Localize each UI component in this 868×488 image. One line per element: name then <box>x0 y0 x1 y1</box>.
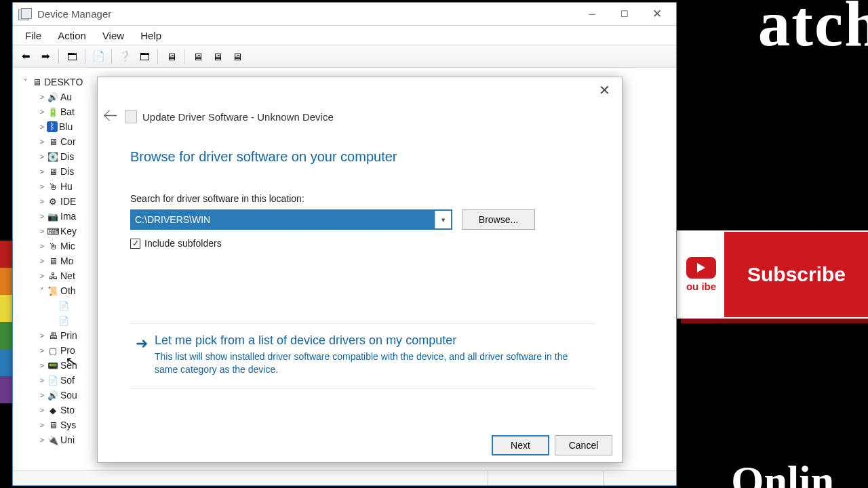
update-driver-dialog: ✕ 🡠 Update Driver Software - Unknown Dev… <box>97 77 623 463</box>
category-icon: 🔊 <box>47 92 59 102</box>
expand-icon[interactable]: > <box>37 361 47 369</box>
update-driver-icon[interactable]: 🖥 <box>189 47 206 65</box>
next-button[interactable]: Next <box>492 435 549 455</box>
youtube-logo-icon: ou ibe <box>678 232 724 317</box>
category-icon: 🖧 <box>47 271 59 281</box>
tree-root-label: DESKTO <box>44 77 83 87</box>
titlebar[interactable]: Device Manager ─ ☐ ✕ <box>13 3 676 26</box>
disable-icon[interactable]: 🖥 <box>228 47 245 65</box>
category-icon: 📷 <box>47 211 59 222</box>
category-icon: 📜 <box>47 286 59 296</box>
tree-item-label: Sys <box>60 420 76 430</box>
include-subfolders-checkbox[interactable]: ✓ Include subfolders <box>130 238 595 249</box>
dialog-title: Update Driver Software - Unknown Device <box>142 111 334 123</box>
cancel-button[interactable]: Cancel <box>555 435 612 455</box>
arrow-right-icon: ➜ <box>136 335 148 376</box>
tree-item-label: Sen <box>60 360 77 371</box>
tree-item-label: Prin <box>60 330 77 341</box>
dropdown-icon[interactable]: ▾ <box>435 211 451 228</box>
menu-help[interactable]: Help <box>132 28 170 43</box>
checkbox-icon: ✓ <box>130 239 140 249</box>
expand-icon[interactable]: > <box>37 272 47 280</box>
subscribe-banner[interactable]: ou ibe Subscribe <box>677 230 868 319</box>
close-button[interactable]: ✕ <box>641 5 673 24</box>
category-icon: 🖥 <box>47 167 59 177</box>
expand-icon[interactable]: ˅ <box>37 287 47 296</box>
tree-item-label: Dis <box>60 166 74 177</box>
expand-icon[interactable]: > <box>37 376 47 384</box>
expand-icon[interactable]: > <box>37 406 47 414</box>
properties-icon[interactable]: 📄 <box>90 47 107 65</box>
expand-icon[interactable]: > <box>37 167 47 176</box>
expand-icon[interactable]: > <box>37 421 47 429</box>
expand-icon[interactable]: > <box>37 108 47 116</box>
help-icon[interactable]: ❔ <box>116 47 134 65</box>
tree-item-label: Uni <box>60 434 75 445</box>
tree-item-label: Ima <box>60 211 76 222</box>
expand-icon[interactable]: > <box>37 391 47 399</box>
category-icon: 🔌 <box>47 435 59 445</box>
menu-action[interactable]: Action <box>50 28 94 43</box>
expand-icon[interactable]: > <box>37 346 47 354</box>
expand-icon[interactable]: > <box>37 257 47 265</box>
unknown-device-icon: 📄 <box>58 301 70 311</box>
category-icon: 🔊 <box>47 390 59 401</box>
expand-icon[interactable]: > <box>37 197 47 205</box>
browse-button[interactable]: Browse... <box>462 209 535 230</box>
category-icon: 🖥 <box>47 420 59 430</box>
expand-icon[interactable]: > <box>37 436 47 444</box>
tree-item-label: Sou <box>60 390 77 401</box>
tree-item-label: Oth <box>60 285 76 296</box>
pick-from-list-option[interactable]: ➜ Let me pick from a list of device driv… <box>130 323 595 389</box>
menu-file[interactable]: File <box>17 28 50 43</box>
category-icon: 📟 <box>47 361 59 371</box>
tree-item-label: Sto <box>60 405 75 415</box>
pick-option-title: Let me pick from a list of device driver… <box>155 333 589 348</box>
maximize-button[interactable]: ☐ <box>608 5 641 24</box>
expand-icon[interactable]: > <box>37 227 47 235</box>
tree-item-label: Cor <box>60 136 76 147</box>
tree-item-label: Sof <box>60 375 75 386</box>
tree-item-label: Pro <box>60 345 75 356</box>
expand-icon[interactable]: > <box>37 182 47 190</box>
category-icon: 🖱 <box>47 241 59 251</box>
app-icon <box>18 8 32 20</box>
search-location-label: Search for driver software in this locat… <box>130 193 595 204</box>
expand-icon[interactable]: > <box>37 212 47 220</box>
unknown-device-icon: 📄 <box>58 316 70 326</box>
dialog-close-button[interactable]: ✕ <box>591 79 618 102</box>
nav-forward-icon[interactable]: ➡ <box>37 47 54 65</box>
dialog-back-icon[interactable]: 🡠 <box>103 107 118 125</box>
expand-icon[interactable]: > <box>37 138 47 146</box>
tree-item-label: IDE <box>60 196 76 207</box>
show-hide-tree-icon[interactable]: 🗔 <box>63 47 81 65</box>
category-icon: ◆ <box>47 405 59 415</box>
nav-back-icon[interactable]: ⬅ <box>17 47 35 65</box>
expand-icon[interactable]: > <box>37 331 47 340</box>
tree-item-label: Hu <box>60 181 73 192</box>
include-subfolders-label: Include subfolders <box>144 238 222 249</box>
category-icon: 📄 <box>47 375 59 386</box>
minimize-button[interactable]: ─ <box>576 5 608 24</box>
uninstall-icon[interactable]: 🖥 <box>208 47 226 65</box>
path-input[interactable] <box>132 211 435 228</box>
category-icon: 🔋 <box>47 107 59 117</box>
expand-icon[interactable]: > <box>37 152 47 161</box>
menu-view[interactable]: View <box>94 28 132 43</box>
computer-icon: 🖥 <box>31 77 43 87</box>
expand-icon[interactable]: > <box>37 242 47 250</box>
action-icon[interactable]: 🗔 <box>136 47 153 65</box>
scan-hardware-icon[interactable]: 🖥 <box>162 47 180 65</box>
device-manager-window: Device Manager ─ ☐ ✕ File Action View He… <box>12 2 677 486</box>
tree-item-label: Net <box>60 270 75 281</box>
category-icon: 🖶 <box>47 331 59 341</box>
category-icon: ▢ <box>47 346 59 356</box>
category-icon: ⚙ <box>47 197 59 207</box>
collapse-icon[interactable]: ˅ <box>21 78 31 87</box>
window-title: Device Manager <box>37 8 111 20</box>
tree-item-label: Mo <box>60 256 73 266</box>
background-text-top: atch <box>758 0 868 61</box>
expand-icon[interactable]: > <box>37 93 47 101</box>
path-combobox[interactable]: ▾ <box>130 209 452 230</box>
expand-icon[interactable]: > <box>37 123 47 131</box>
